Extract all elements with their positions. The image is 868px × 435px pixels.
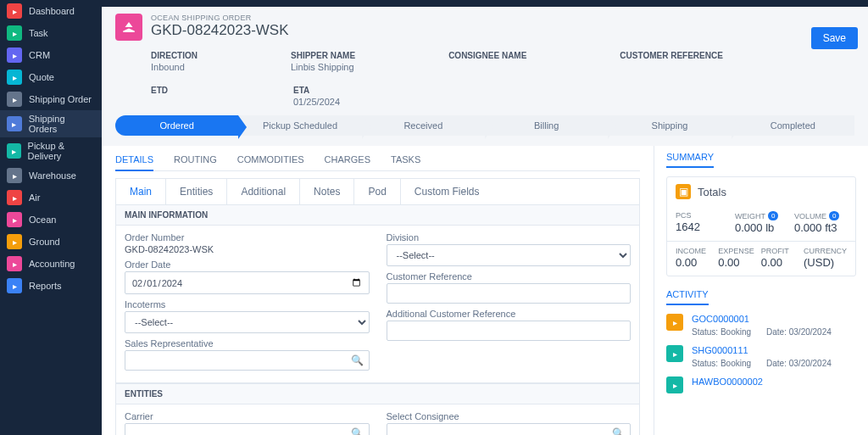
nav-icon: ▸ (7, 70, 22, 85)
sidebar-item-pickup-delivery[interactable]: ▸Pickup & Delivery (0, 137, 102, 165)
section-main-info: MAIN INFORMATION (115, 204, 640, 226)
order-number-value: GKD-08242023-WSK (125, 244, 370, 254)
subtab-entities[interactable]: Entities (166, 179, 227, 204)
sidebar-item-accounting[interactable]: ▸Accounting (0, 253, 102, 275)
subtab-additional[interactable]: Additional (227, 179, 300, 204)
tab-routing[interactable]: ROUTING (174, 149, 217, 170)
nav-icon: ▸ (7, 168, 22, 183)
step-ordered[interactable]: Ordered (115, 115, 238, 136)
sidebar-item-dashboard[interactable]: ▸Dashboard (0, 0, 102, 22)
division-label: Division (387, 232, 632, 243)
tab-tasks[interactable]: TASKS (391, 149, 420, 170)
sidebar-item-quote[interactable]: ▸Quote (0, 66, 102, 88)
sidebar-item-crm[interactable]: ▸CRM (0, 44, 102, 66)
expense-label: Expense (718, 247, 754, 255)
sidebar-item-task[interactable]: ▸Task (0, 22, 102, 44)
etd-label: ETD (151, 86, 168, 95)
nav-icon: ▸ (7, 190, 22, 205)
step-shipping[interactable]: Shipping (608, 115, 731, 136)
tab-charges[interactable]: CHARGES (325, 149, 370, 170)
currency-label: Currency (804, 247, 847, 255)
activity-item[interactable]: ▸GOC0000001Status: BookingDate: 03/20/20… (666, 314, 856, 337)
sidebar-item-air[interactable]: ▸Air (0, 187, 102, 209)
step-completed[interactable]: Completed (732, 115, 854, 136)
consignee-label: CONSIGNEE NAME (448, 51, 526, 60)
subtab-main[interactable]: Main (116, 179, 166, 204)
nav-icon: ▸ (7, 47, 22, 63)
shipper-label: SHIPPER NAME (291, 51, 355, 60)
order-date-input[interactable] (125, 271, 370, 294)
step-billing[interactable]: Billing (485, 115, 608, 136)
sidebar-item-reports[interactable]: ▸Reports (0, 275, 102, 297)
ocean-order-icon (115, 14, 142, 41)
eta-value: 01/25/2024 (293, 97, 340, 107)
pcs-value: 1642 (676, 220, 728, 233)
sidebar-item-ground[interactable]: ▸Ground (0, 231, 102, 253)
activity-icon: ▸ (666, 345, 683, 362)
salesrep-label: Sales Representative (125, 338, 370, 349)
subtab-pod[interactable]: Pod (354, 179, 400, 204)
activity-item[interactable]: ▸SHG0000111Status: BookingDate: 03/20/20… (666, 345, 856, 368)
totals-card: ▣ Totals Pcs1642 WEIGHT00.000 lb VOLUME0… (666, 176, 856, 276)
income-label: Income (676, 247, 711, 255)
nav-icon: ▸ (7, 3, 22, 19)
custref-field-label: Customer Reference (387, 271, 632, 282)
sidebar-item-shipping-order[interactable]: ▸Shipping Order (0, 88, 102, 110)
currency-value: (USD) (804, 256, 847, 269)
nav-icon: ▸ (7, 92, 22, 107)
weight-badge: 0 (768, 211, 778, 220)
step-pickup-scheduled[interactable]: Pickup Scheduled (238, 115, 361, 136)
nav-icon: ▸ (7, 234, 22, 249)
activity-icon: ▸ (666, 314, 683, 331)
entity-type-label: OCEAN SHIPPING ORDER (151, 14, 289, 22)
income-value: 0.00 (676, 256, 711, 269)
addcustref-input[interactable] (387, 321, 632, 341)
custref-input[interactable] (387, 283, 632, 304)
activity-item[interactable]: ▸HAWBO0000002 (666, 376, 856, 393)
profit-value: 0.00 (761, 256, 797, 269)
incoterms-label: Incoterms (125, 299, 370, 310)
activity-icon: ▸ (666, 376, 683, 393)
header: OCEAN SHIPPING ORDER GKD-08242023-WSK Sa… (102, 7, 868, 146)
sidebar-item-shipping-orders[interactable]: ▸Shipping Orders (0, 110, 102, 137)
progress-steps: OrderedPickup ScheduledReceivedBillingSh… (115, 115, 854, 136)
tab-details[interactable]: DETAILS (115, 149, 153, 171)
sidebar-item-warehouse[interactable]: ▸Warehouse (0, 165, 102, 187)
sidebar: ▸Dashboard▸Task▸CRM▸Quote▸Shipping Order… (0, 0, 102, 435)
weight-label: WEIGHT (735, 212, 765, 220)
activity-id: SHG0000111 (692, 345, 832, 355)
order-date-label: Order Date (125, 259, 370, 270)
nav-icon: ▸ (7, 212, 22, 227)
subtab-custom-fields[interactable]: Custom Fields (401, 179, 493, 204)
division-select[interactable]: --Select-- (387, 244, 632, 266)
select-consignee-label: Select Consignee (387, 411, 632, 421)
folder-icon: ▣ (676, 184, 691, 199)
volume-label: VOLUME (794, 212, 826, 220)
salesrep-input[interactable] (125, 350, 370, 371)
tab-commodities[interactable]: COMMODITIES (237, 149, 304, 170)
volume-badge: 0 (829, 211, 839, 220)
incoterms-select[interactable]: --Select-- (125, 311, 370, 333)
nav-icon: ▸ (7, 256, 22, 271)
step-received[interactable]: Received (362, 115, 485, 136)
summary-tab[interactable]: SUMMARY (666, 152, 714, 168)
direction-label: DIRECTION (151, 51, 198, 60)
carrier-label: Carrier (125, 411, 370, 421)
sidebar-item-ocean[interactable]: ▸Ocean (0, 209, 102, 231)
activity-id: GOC0000001 (692, 314, 832, 324)
save-button[interactable]: Save (811, 27, 858, 49)
nav-icon: ▸ (7, 278, 22, 293)
subtab-notes[interactable]: Notes (300, 179, 354, 204)
totals-title: Totals (698, 186, 726, 198)
sub-tabs: MainEntitiesAdditionalNotesPodCustom Fie… (115, 178, 640, 204)
consignee-input[interactable] (387, 423, 632, 435)
order-number-label: Order Number (125, 232, 370, 243)
activity-tab[interactable]: ACTIVITY (666, 289, 709, 305)
carrier-input[interactable] (125, 423, 370, 435)
pcs-label: Pcs (676, 211, 728, 220)
nav-icon: ▸ (7, 143, 21, 159)
section-entities: ENTITIES (115, 383, 640, 404)
profit-label: Profit (761, 247, 797, 255)
nav-icon: ▸ (7, 116, 22, 131)
detail-tabs: DETAILSROUTINGCOMMODITIESCHARGESTASKS (115, 149, 640, 171)
